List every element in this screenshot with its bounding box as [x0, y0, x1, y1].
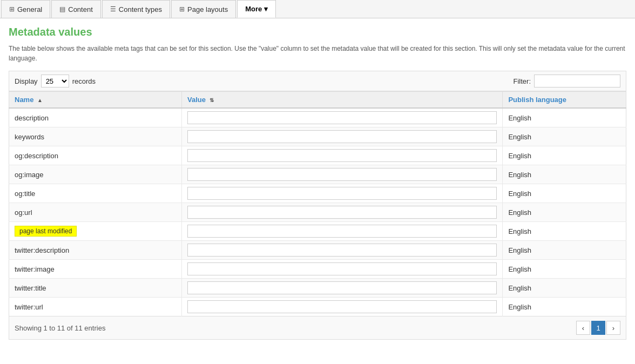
col-name-label: Name [15, 96, 33, 104]
table-row: twitter:titleEnglish [9, 279, 626, 298]
cell-language: English [503, 241, 626, 260]
cell-name: twitter:description [9, 241, 182, 260]
general-icon: ⊞ [9, 5, 15, 13]
name-sort-icon: ▲ [37, 97, 43, 103]
tab-page-layouts-label: Page layouts [187, 5, 228, 14]
col-header-value[interactable]: Value ⇅ [182, 92, 503, 109]
table-footer: Showing 1 to 11 of 11 entries ‹ 1 › [9, 316, 626, 340]
pagination: ‹ 1 › [576, 321, 620, 335]
tab-page-layouts[interactable]: ⊞ Page layouts [171, 0, 236, 18]
value-input[interactable] [187, 187, 497, 200]
cell-language: English [503, 279, 626, 298]
cell-language: English [503, 222, 626, 241]
metadata-table: Name ▲ Value ⇅ Publish language descript… [9, 91, 626, 316]
cell-name: og:url [9, 203, 182, 222]
cell-value [182, 279, 503, 298]
tab-general-label: General [17, 5, 42, 14]
page-title: Metadata values [9, 26, 626, 38]
cell-value [182, 241, 503, 260]
cell-language: English [503, 127, 626, 146]
tab-more-label: More ▾ [245, 5, 268, 13]
table-row: twitter:imageEnglish [9, 260, 626, 279]
col-value-label: Value [187, 96, 206, 104]
filter-input[interactable] [534, 75, 620, 87]
cell-value [182, 108, 503, 127]
page-layouts-icon: ⊞ [179, 5, 185, 13]
tab-content-types[interactable]: ☰ Content types [102, 0, 170, 18]
records-label: records [72, 77, 96, 85]
tab-more[interactable]: More ▾ [237, 0, 276, 18]
cell-value [182, 260, 503, 279]
cell-language: English [503, 298, 626, 316]
tab-content-types-label: Content types [119, 5, 162, 14]
showing-text: Showing 1 to 11 of 11 entries [15, 324, 105, 332]
value-input[interactable] [187, 168, 497, 181]
pagination-next[interactable]: › [606, 321, 620, 335]
cell-language: English [503, 203, 626, 222]
value-input[interactable] [187, 262, 497, 275]
col-language-label: Publish language [508, 96, 566, 104]
cell-name: og:image [9, 165, 182, 184]
content-icon: ▤ [59, 5, 65, 13]
table-row: og:urlEnglish [9, 203, 626, 222]
cell-value [182, 165, 503, 184]
cell-name: twitter:image [9, 260, 182, 279]
cell-name: keywords [9, 127, 182, 146]
tab-content-label: Content [68, 5, 93, 14]
table-row: og:titleEnglish [9, 184, 626, 203]
cell-name: description [9, 108, 182, 127]
value-input[interactable] [187, 281, 497, 294]
tab-bar: ⊞ General ▤ Content ☰ Content types ⊞ Pa… [0, 0, 635, 18]
controls-left: Display 10 25 50 100 records [15, 75, 96, 87]
value-input[interactable] [187, 244, 497, 257]
cell-value [182, 184, 503, 203]
pagination-prev[interactable]: ‹ [576, 321, 590, 335]
col-header-name[interactable]: Name ▲ [9, 92, 182, 109]
table-body: descriptionEnglishkeywordsEnglishog:desc… [9, 108, 626, 316]
cell-language: English [503, 108, 626, 127]
table-row: twitter:descriptionEnglish [9, 241, 626, 260]
controls-right: Filter: [514, 75, 621, 87]
value-input[interactable] [187, 130, 497, 143]
value-input[interactable] [187, 300, 497, 313]
table-row: twitter:urlEnglish [9, 298, 626, 316]
cell-value [182, 222, 503, 241]
cell-value [182, 203, 503, 222]
tab-general[interactable]: ⊞ General [1, 0, 50, 18]
filter-label: Filter: [514, 77, 531, 85]
page-description: The table below shows the available meta… [9, 44, 626, 63]
cell-name: page last modified [9, 222, 182, 241]
value-sort-icon: ⇅ [210, 97, 214, 103]
display-label: Display [15, 77, 38, 85]
cell-value [182, 298, 503, 316]
table-row: page last modifiedEnglish [9, 222, 626, 241]
table-row: og:imageEnglish [9, 165, 626, 184]
cell-value [182, 127, 503, 146]
records-select[interactable]: 10 25 50 100 [41, 75, 69, 87]
value-input[interactable] [187, 225, 497, 238]
cell-name: twitter:title [9, 279, 182, 298]
cell-value [182, 146, 503, 165]
table-header-row: Name ▲ Value ⇅ Publish language [9, 92, 626, 109]
table-row: og:descriptionEnglish [9, 146, 626, 165]
col-header-language: Publish language [503, 92, 626, 109]
controls-bar: Display 10 25 50 100 records Filter: [9, 71, 626, 91]
table-row: keywordsEnglish [9, 127, 626, 146]
main-content: Metadata values The table below shows th… [0, 18, 635, 347]
cell-language: English [503, 184, 626, 203]
cell-name: og:description [9, 146, 182, 165]
cell-language: English [503, 260, 626, 279]
content-types-icon: ☰ [110, 5, 116, 13]
table-row: descriptionEnglish [9, 108, 626, 127]
cell-language: English [503, 146, 626, 165]
value-input[interactable] [187, 206, 497, 219]
value-input[interactable] [187, 111, 497, 124]
pagination-page-1[interactable]: 1 [591, 321, 605, 335]
highlight-badge: page last modified [15, 226, 77, 237]
cell-name: og:title [9, 184, 182, 203]
value-input[interactable] [187, 149, 497, 162]
tab-content[interactable]: ▤ Content [51, 0, 101, 18]
cell-name: twitter:url [9, 298, 182, 316]
cell-language: English [503, 165, 626, 184]
